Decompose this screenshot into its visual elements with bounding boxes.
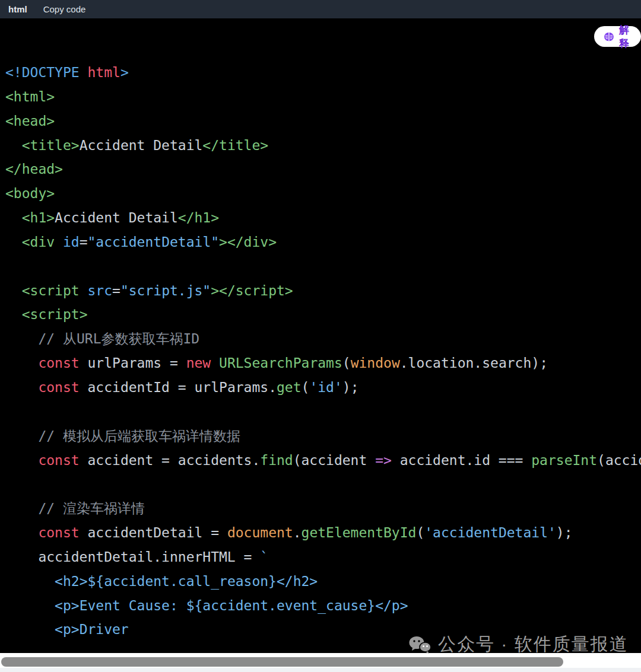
watermark-text: 公众号 · 软件质量报道 — [438, 632, 629, 657]
code-line: <p>Event Cause: ${accident.event_cause}<… — [5, 594, 641, 618]
code-content: <!DOCTYPE html><html><head> <title>Accid… — [0, 18, 641, 654]
code-line: </head> — [5, 157, 641, 181]
code-line: <body> — [5, 181, 641, 206]
code-line: const accident = accidents.find(accident… — [5, 448, 641, 473]
code-line: const urlParams = new URLSearchParams(wi… — [5, 351, 641, 375]
code-line: <html> — [5, 85, 641, 109]
brain-icon — [603, 31, 615, 43]
code-line — [5, 472, 641, 496]
code-line: <script src="script.js"></script> — [5, 279, 641, 303]
code-line — [5, 400, 641, 424]
code-line: accidentDetail.innerHTML = ` — [5, 545, 641, 569]
code-line: // 渲染车祸详情 — [5, 496, 641, 521]
code-block-header: html Copy code — [0, 0, 641, 18]
explain-button-label: 解释 — [619, 23, 632, 50]
code-line: <div id="accidentDetail"></div> — [5, 230, 641, 254]
code-line: <!DOCTYPE html> — [5, 60, 641, 85]
wechat-icon — [408, 635, 432, 654]
code-line: <h1>Accident Detail</h1> — [5, 206, 641, 230]
page-background-strip — [0, 668, 641, 672]
code-line: const accidentId = urlParams.get('id'); — [5, 375, 641, 400]
code-line: const accidentDetail = document.getEleme… — [5, 521, 641, 545]
code-line: <script> — [5, 302, 641, 327]
code-line: <title>Accident Detail</title> — [5, 133, 641, 158]
copy-code-button[interactable]: Copy code — [43, 4, 86, 14]
watermark: 公众号 · 软件质量报道 — [408, 632, 629, 657]
horizontal-scrollbar-thumb[interactable] — [1, 657, 563, 667]
code-line: <h2>${accident.call_reason}</h2> — [5, 569, 641, 594]
code-line: // 从URL参数获取车祸ID — [5, 327, 641, 351]
explain-button[interactable]: 解释 — [594, 26, 641, 47]
language-label: html — [8, 4, 27, 14]
code-line — [5, 254, 641, 279]
code-line: // 模拟从后端获取车祸详情数据 — [5, 424, 641, 448]
code-line: <head> — [5, 109, 641, 133]
